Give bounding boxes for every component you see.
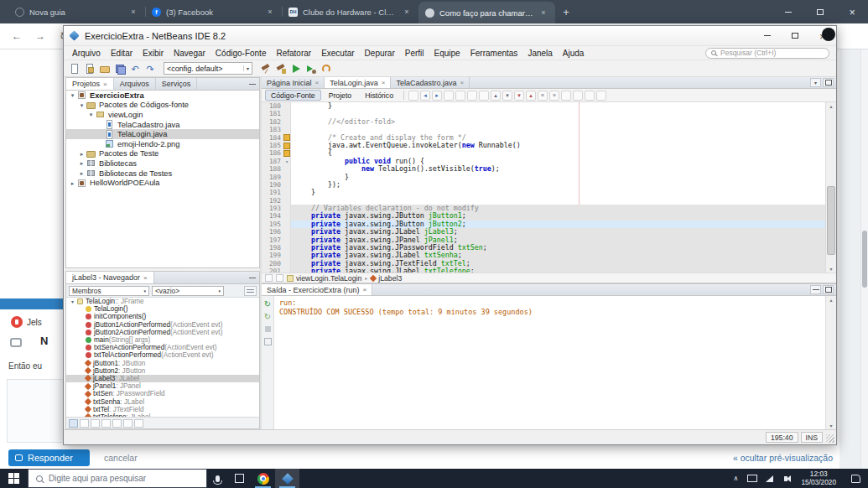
menu-executar[interactable]: Executar [316,49,359,58]
editor-scrollbar-thumb[interactable] [827,186,835,255]
scroll-down-icon[interactable] [826,423,836,428]
ide-maximize-button[interactable] [781,26,808,45]
taskbar-chrome-button[interactable] [251,469,275,488]
editor-tab-pagina-inicial[interactable]: Página Inicial× [262,77,325,88]
editor-tab-telacadastro-java[interactable]: TelaCadastro.java× [391,77,470,88]
stop-macro-icon[interactable] [573,91,583,101]
browser-maximize-button[interactable] [804,0,836,23]
find-selection-icon[interactable] [444,91,454,101]
last-edit-icon[interactable] [408,91,418,101]
menu-editar[interactable]: Editar [106,49,138,58]
navigator-item-initcomponents[interactable]: initComponents() [66,313,259,320]
resize-grip[interactable] [826,434,834,443]
next-error-icon[interactable] [514,91,524,101]
tree-item-helloworldpoeaula[interactable]: HelloWorldPOEAula [66,178,259,188]
code-line-182[interactable]: 182 //</editor-fold> [262,118,825,126]
previous-bookmark-icon[interactable] [491,91,501,101]
tree-item-emoji-lendo-2-png[interactable]: emoji-lendo-2.png [66,139,259,149]
tree-item-telalogin-java[interactable]: TelaLogin.java [66,129,259,139]
display-icon[interactable] [744,475,761,482]
back-button[interactable] [12,30,22,42]
new-project-icon[interactable] [83,62,96,75]
tab-close-icon[interactable]: × [538,8,548,18]
navigator-item-jlabel3[interactable]: jLabel3 : JLabel [66,375,259,382]
rerun-icon[interactable] [263,299,273,309]
build-icon[interactable] [259,62,273,75]
navigator-item-jbutton2actionperformed[interactable]: jButton2ActionPerformed(ActionEvent evt) [66,329,259,336]
clear-icon[interactable] [263,337,273,346]
browser-close-button[interactable] [836,0,868,23]
shift-line-right-icon[interactable] [549,91,559,101]
code-line-180[interactable]: 180 } [262,102,825,110]
quick-search-box[interactable]: Pesquisar (Ctrl+I) [705,48,829,59]
save-all-icon[interactable] [113,62,127,75]
browser-tab-nova-guia[interactable]: Nova guia× [8,0,145,23]
new-file-icon[interactable] [68,62,81,75]
rerun-debug-icon[interactable] [263,312,273,321]
run-icon[interactable] [289,62,303,75]
code-line-190[interactable]: 190 }); [262,181,825,189]
show-static-icon[interactable] [91,419,100,428]
menu-exibir[interactable]: Exibir [138,49,169,58]
navigator-item-txtsenha[interactable]: txtSenha : JLabel [66,397,259,405]
panel-minimize-button[interactable] [246,78,259,90]
filter-icon[interactable] [244,286,257,296]
tab-close-icon[interactable]: × [315,79,320,86]
tab-close-icon[interactable]: × [265,7,275,17]
code-line-191[interactable]: 191 } [262,189,825,196]
hidden-icons-icon[interactable] [727,475,744,482]
navigator-item-jbutton1actionperformed[interactable]: jButton1ActionPerformed(ActionEvent evt) [66,321,259,329]
stop-icon[interactable] [263,324,273,334]
menu-ajuda[interactable]: Ajuda [558,49,590,58]
scroll-up-icon[interactable] [826,297,836,303]
taskbar-netbeans-button[interactable] [275,469,299,488]
back-icon[interactable] [420,91,430,101]
browser-tab-clube-do-hardware-clube-do-h[interactable]: DHClube do Hardware - Clube do H× [282,0,418,23]
navigator-item-jbutton2[interactable]: jButton2 : JButton [66,367,259,375]
show-fields-icon[interactable] [80,419,89,428]
code-editor[interactable]: 180 }181182 //</editor-fold>183184 /* Cr… [262,102,836,273]
ide-minimize-button[interactable] [753,26,781,45]
view-projeto[interactable]: Projeto [323,90,358,101]
navigator-tab[interactable]: jLabel3 - Navegador × [66,272,154,283]
page-scrollbar[interactable] [860,49,868,469]
tree-item-viewlogin[interactable]: viewLogin [66,110,259,120]
members-dropdown[interactable]: Membros [69,286,149,296]
open-project-icon[interactable] [98,62,112,75]
tab-close-icon[interactable]: × [363,286,367,293]
panel-minimize-button[interactable] [246,272,259,283]
action-center-button[interactable] [843,475,868,483]
tab-close-icon[interactable]: × [382,79,386,86]
uncomment-icon[interactable] [596,91,606,101]
page-scrollbar-thumb[interactable] [862,231,867,288]
find-previous-icon[interactable] [467,91,477,101]
view-codigo-fonte[interactable]: Código-Fonte [265,90,321,101]
cancel-link[interactable]: cancelar [104,453,138,463]
show-non-public-icon[interactable] [112,419,122,428]
navigator-item-telalogin[interactable]: TelaLogin() [66,305,259,313]
redo-icon[interactable] [143,62,157,75]
shift-line-left-icon[interactable] [538,91,548,101]
breadcrumb-item-viewlogin-telalogin[interactable]: viewLogin.TelaLogin [287,274,361,283]
volume-icon[interactable] [777,475,794,482]
navigator-item-txtsen[interactable]: txtSen : JPasswordField [66,390,259,397]
comment-icon[interactable] [585,91,595,101]
tree-item-pacotes-de-teste[interactable]: Pacotes de Teste [66,149,259,159]
panel-tab-projetos[interactable]: Projetos× [66,78,114,90]
navigator-item-telalogin[interactable]: TelaLogin :: JFrame [66,298,259,305]
next-bookmark-icon[interactable] [502,91,512,101]
tab-close-icon[interactable]: × [103,80,107,88]
navigator-item-txttel[interactable]: txtTel : JTextField [66,406,259,413]
menu-janela[interactable]: Janela [522,49,557,58]
browser-tab-3-facebook[interactable]: f(3) Facebook× [145,0,282,23]
output-scrollbar[interactable] [825,296,836,429]
menu-codigo-fonte[interactable]: Código-Fonte [211,49,272,58]
navigator-item-txttelactionperformed[interactable]: txtTelActionPerformed(ActionEvent evt) [66,351,259,359]
menu-perfil[interactable]: Perfil [400,49,429,58]
output-tab[interactable]: Saída - ExercicioExtra (run) × [262,284,372,295]
menu-navegar[interactable]: Navegar [169,49,211,58]
tree-item-bibliotecas[interactable]: Bibliotecas [66,158,259,169]
menu-ferramentas[interactable]: Ferramentas [465,49,523,58]
panel-tab-servicos[interactable]: Serviços [156,78,198,90]
show-public-icon[interactable] [101,419,111,428]
